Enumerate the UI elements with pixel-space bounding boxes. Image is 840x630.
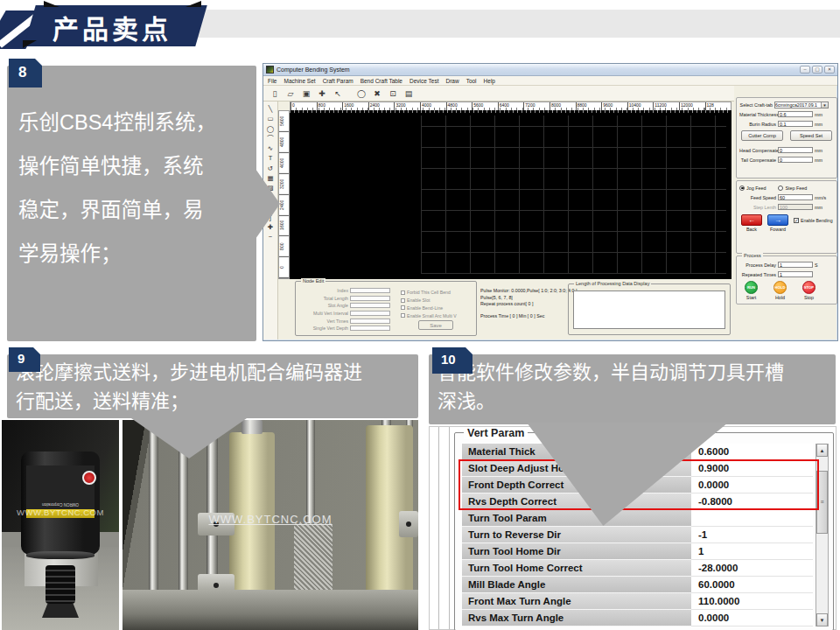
param-value-cell[interactable]: -28.0000 (691, 560, 813, 577)
hold-button[interactable]: HOLD (774, 281, 787, 294)
process-delay-input[interactable]: 1 (778, 262, 813, 268)
delete-icon[interactable]: ✖ (372, 89, 382, 98)
param-value-cell[interactable]: 1 (691, 543, 813, 560)
checkbox-option[interactable]: Enable Slot (401, 297, 457, 304)
rect-tool-icon[interactable]: ▭ (267, 116, 273, 122)
encoder-photo: OMRON Corporation WWW.BYTCNC.COM (2, 420, 119, 630)
param-row: Tail Compensate 0 mm (737, 155, 836, 164)
param-value-cell[interactable] (691, 510, 813, 527)
checkbox-icon[interactable]: ✓ (794, 218, 799, 223)
drawing-canvas[interactable] (290, 110, 732, 279)
curve-tool-icon[interactable]: ∿ (268, 145, 273, 152)
repeated-times-input[interactable]: 1 (778, 271, 813, 277)
menu-item[interactable]: Craft Param (323, 78, 354, 84)
move-icon[interactable]: ✚ (317, 89, 327, 98)
jog-feed-radio[interactable] (739, 186, 745, 191)
chevron-down-icon[interactable]: ▼ (821, 102, 828, 108)
table-row[interactable]: Turn Tool Param (462, 510, 813, 527)
menu-item[interactable]: Machine Set (284, 78, 315, 84)
field-input[interactable] (350, 318, 390, 324)
field-input[interactable] (350, 303, 390, 308)
scroll-down-icon[interactable]: ▼ (816, 613, 828, 626)
table-row[interactable]: Turn Tool Home Correct -28.0000 (462, 560, 813, 577)
report-icon[interactable]: ▤ (403, 89, 414, 98)
table-row[interactable]: Front Max Turn Angle 110.0000 (462, 593, 813, 610)
menu-item[interactable]: Device Test (410, 78, 438, 84)
param-value-cell[interactable]: -1 (691, 527, 813, 543)
field-input[interactable] (350, 326, 390, 331)
zoom-in-icon[interactable]: ✚ (268, 224, 273, 231)
step-feed-radio[interactable] (778, 186, 783, 191)
menu-item[interactable]: Tool (466, 78, 477, 84)
ruler-tick: 4800 (446, 102, 472, 110)
stop-button[interactable]: STOP (802, 281, 816, 294)
select-craft-label: Select Craft-tab (739, 102, 773, 108)
param-value-cell[interactable]: 0.6000 (691, 444, 813, 460)
enable-bending-option[interactable]: ✓ Enable Bending (794, 218, 833, 223)
checkbox-label: Enable Bend-Line (407, 305, 443, 311)
grid-tool-icon[interactable]: ▦ (267, 175, 273, 182)
new-file-icon[interactable]: ▯ (270, 89, 280, 98)
ruler-tick: 128 (705, 102, 732, 110)
ruler-tick: 4800 (279, 132, 289, 153)
scroll-up-icon[interactable]: ▲ (816, 444, 828, 457)
table-row[interactable]: Mill Blade Angle 60.0000 (462, 577, 813, 593)
rotate-tool-icon[interactable]: ↺ (268, 165, 273, 172)
fit-view-icon[interactable]: ⊡ (388, 89, 398, 98)
run-button[interactable]: RUN (745, 281, 758, 294)
arc-tool-icon[interactable]: ⌒ (267, 136, 274, 143)
back-button[interactable]: ← (741, 214, 762, 226)
cutter-comp-button[interactable]: Cutter Comp (741, 130, 783, 141)
length-display-list[interactable] (573, 290, 725, 329)
param-name-cell: Turn Tool Home Correct (462, 560, 691, 577)
cursor-icon[interactable]: ↖ (332, 89, 343, 98)
menu-item[interactable]: File (268, 78, 276, 84)
menu-item[interactable]: Draw (445, 78, 458, 84)
node-edit-group: Node Edit Index Total Length Slot Angle … (295, 281, 477, 336)
minimize-button[interactable]: – (800, 66, 810, 74)
table-row[interactable]: Turn Tool Home Dir 1 (462, 543, 813, 560)
param-label: Head Compensate (739, 148, 776, 153)
line-tool-icon[interactable]: ╲ (269, 106, 273, 113)
param-rows: Material Thickness 0.6 mm Burin Radius 0… (737, 109, 836, 129)
process-delay-label: Process Delay (739, 262, 776, 268)
ruler-tick: 1600 (342, 102, 368, 110)
param-input[interactable]: 0 (778, 147, 813, 153)
maximize-button[interactable]: ▢ (812, 66, 822, 74)
craft-tab-select[interactable]: 6cmxingca2017.09.1 ▼ (774, 102, 829, 108)
title-bar[interactable]: Computer Bending System –▢✕ (263, 64, 837, 76)
forward-button[interactable]: → (767, 214, 788, 226)
field-input[interactable] (350, 311, 390, 316)
menu-item[interactable]: Bend Craft Table (360, 78, 402, 84)
param-input[interactable]: 0 (778, 157, 813, 163)
menu-item[interactable]: Help (484, 78, 495, 84)
param-value-cell[interactable]: 60.0000 (691, 577, 813, 593)
checkbox-option[interactable]: Enable Bend-Line (401, 304, 457, 312)
ruler-tick: 2400 (279, 195, 289, 216)
table-row[interactable]: Rvs Max Turn Angle 0.0000 (462, 610, 813, 626)
hold-label: Hold (766, 295, 794, 300)
save-icon[interactable]: ▣ (301, 89, 312, 98)
save-button[interactable]: Save (418, 320, 453, 330)
field-input[interactable] (350, 296, 390, 301)
checkbox-option[interactable]: Forbid This Cell Bend (401, 289, 457, 297)
zoom-out-icon[interactable]: − (269, 234, 272, 241)
feed-speed-input[interactable]: 60 (778, 194, 813, 200)
ellipse-tool-icon[interactable]: ◯ (267, 126, 274, 133)
ruler-tick: 3200 (279, 174, 289, 195)
section-8-textbox: 乐创CBS4控制系统，操作简单快捷，系统稳定，界面简单，易学易操作； (7, 66, 256, 341)
open-folder-icon[interactable]: ▱ (285, 89, 296, 98)
param-input[interactable]: 0.6 (778, 111, 813, 117)
speed-set-button[interactable]: Speed Set (790, 130, 832, 141)
param-value-cell[interactable]: 0.0000 (691, 610, 813, 626)
text-tool-icon[interactable]: T (269, 155, 273, 162)
param-name-cell: Turn to Reverse Dir (462, 527, 691, 543)
close-button[interactable]: ✕ (824, 66, 835, 74)
stop-button-group: STOP Stop (794, 281, 823, 300)
checkbox-option[interactable]: Enable Small Arc Multi V (401, 312, 457, 319)
param-value-cell[interactable]: 110.0000 (691, 593, 813, 610)
field-input[interactable] (350, 288, 390, 293)
table-row[interactable]: Turn to Reverse Dir -1 (462, 527, 813, 543)
simulate-icon[interactable]: ◯ (356, 89, 367, 98)
param-input[interactable]: 0.1 (778, 121, 813, 127)
